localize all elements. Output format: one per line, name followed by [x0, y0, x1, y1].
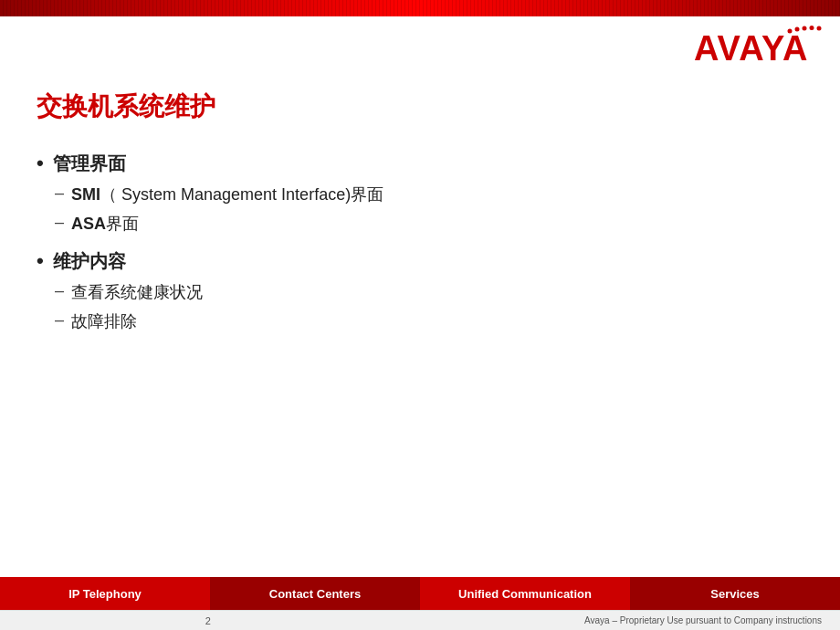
bullet-item-1: • 管理界面 – SMI（ System Management Interfac…	[37, 152, 803, 235]
smi-bold: SMI	[71, 185, 100, 204]
top-decorative-bar	[0, 0, 840, 16]
page-number: 2	[205, 615, 211, 626]
svg-point-4	[810, 26, 814, 30]
sub-dash-2-1: –	[55, 281, 64, 300]
bullet-text-2: 维护内容	[53, 249, 126, 274]
bullet-dot-1: •	[37, 152, 44, 175]
sub-item-2-2: – 故障排除	[55, 310, 803, 332]
footer-tab-unified-communication: Unified Communication	[420, 577, 630, 610]
sub-item-2-1: – 查看系统健康状况	[55, 281, 803, 303]
sub-text-2-2: 故障排除	[71, 310, 137, 332]
footer-tab-contact-centers: Contact Centers	[210, 577, 420, 610]
avaya-logo: AVAYA	[694, 26, 822, 67]
sub-item-1-1: – SMI（ System Management Interface)界面	[55, 184, 803, 205]
copyright-text: Avaya – Proprietary Use pursuant to Comp…	[584, 615, 822, 625]
bullet-item-2: • 维护内容 – 查看系统健康状况 – 故障排除	[37, 249, 803, 332]
footer-tabs: IP Telephony Contact Centers Unified Com…	[0, 577, 840, 610]
footer-tab-ip-telephony: IP Telephony	[0, 577, 210, 610]
footer: IP Telephony Contact Centers Unified Com…	[0, 577, 840, 630]
svg-point-3	[803, 26, 807, 30]
svg-point-1	[788, 28, 793, 33]
bullet-text-1: 管理界面	[53, 152, 126, 176]
sub-item-1-2: – ASA界面	[55, 213, 803, 235]
main-bullet-list: • 管理界面 – SMI（ System Management Interfac…	[37, 152, 803, 347]
sub-dash-2-2: –	[55, 310, 64, 330]
sub-dash-1-1: –	[55, 184, 64, 203]
sub-dash-1-2: –	[55, 213, 64, 232]
sub-text-1-1: SMI（ System Management Interface)界面	[71, 184, 383, 205]
header: AVAYA	[0, 16, 840, 71]
svg-text:AVAYA: AVAYA	[694, 29, 808, 67]
page-title: 交换机系统维护	[37, 89, 803, 124]
footer-bottom-bar: 2 Avaya – Proprietary Use pursuant to Co…	[0, 610, 840, 630]
bullet-dot-2: •	[37, 249, 44, 273]
svg-point-2	[795, 26, 800, 31]
sub-text-1-2: ASA界面	[71, 213, 139, 235]
slide-content: 交换机系统维护 • 管理界面 – SMI（ System Management …	[0, 71, 840, 577]
sub-text-2-1: 查看系统健康状况	[71, 281, 203, 303]
sub-list-1: – SMI（ System Management Interface)界面 – …	[55, 184, 803, 235]
sub-list-2: – 查看系统健康状况 – 故障排除	[55, 281, 803, 332]
asa-bold: ASA	[71, 215, 106, 233]
footer-tab-services: Services	[630, 577, 840, 610]
svg-point-5	[817, 26, 822, 30]
